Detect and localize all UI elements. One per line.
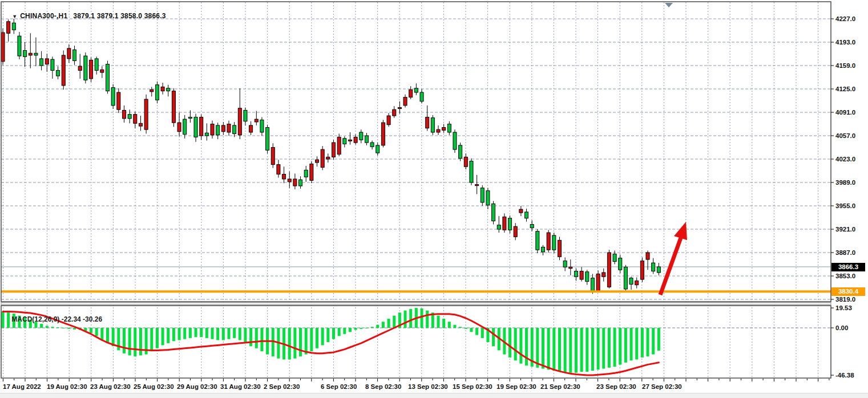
price-tick-label: 4091.0 (835, 109, 855, 116)
date-label: 6 Sep 02:30 (321, 383, 357, 390)
price-tick-label: 3955.0 (835, 202, 855, 209)
symbol-title: CHINA300-,H1 (20, 12, 67, 20)
date-label: 31 Aug 02:30 (220, 383, 261, 390)
date-label: 19 Aug 02:30 (47, 383, 87, 390)
price-tick-label: 4227.0 (835, 15, 855, 22)
time-axis: 17 Aug 202219 Aug 02:3023 Aug 02:3025 Au… (3, 379, 829, 390)
date-label: 23 Aug 02:30 (90, 383, 131, 390)
macd-tick-label: 19.53 (835, 304, 852, 311)
macd-name: MACD(12,26,9) (11, 315, 59, 323)
chart-window: 4227.04193.04159.04125.04091.04057.04023… (0, 0, 868, 398)
date-label: 27 Sep 02:30 (642, 383, 682, 390)
date-label: 19 Sep 02:30 (496, 383, 536, 390)
price-tick-label: 3853.0 (835, 273, 855, 279)
support-price-badge: 3830.4 (831, 287, 865, 296)
chart-header: ▼CHINA300-,H13879.1 3879.1 3858.0 3866.3 (4, 4, 166, 28)
up-arrow-annotation[interactable] (660, 222, 687, 295)
price-tick-label: 3887.0 (835, 249, 855, 256)
date-label: 8 Sep 02:30 (365, 383, 401, 390)
date-label: 25 Aug 02:30 (134, 383, 174, 390)
date-label: 2 Sep 02:30 (264, 383, 300, 390)
macd-indicator-label: MACD(12,26,9) -22.34 -30.26 (4, 307, 102, 331)
chart-canvas[interactable]: 4227.04193.04159.04125.04091.04057.04023… (0, 0, 868, 398)
symbol-dropdown-icon[interactable]: ▼ (12, 14, 17, 19)
price-tick-label: 3921.0 (835, 226, 855, 233)
price-tick-label: 3819.0 (835, 296, 855, 303)
current-price-badge: 3866.3 (831, 263, 865, 271)
macd-tick-label: -46.38 (835, 372, 854, 379)
scroll-marker-icon (665, 3, 673, 7)
price-tick-label: 4125.0 (835, 86, 855, 92)
price-tick-label: 3989.0 (835, 179, 855, 186)
date-label: 17 Aug 2022 (3, 383, 41, 390)
macd-tick-label: 0.00 (835, 324, 848, 331)
ohlc-quote: 3879.1 3879.1 3858.0 3866.3 (73, 12, 165, 20)
date-label: 15 Sep 02:30 (453, 383, 492, 390)
price-tick-label: 4057.0 (835, 132, 855, 139)
price-tick-label: 4159.0 (835, 62, 855, 69)
date-label: 21 Sep 02:30 (540, 383, 580, 390)
date-label: 13 Sep 02:30 (408, 383, 448, 390)
date-label: 29 Aug 02:30 (177, 383, 217, 390)
window-bottom-strip (0, 393, 868, 398)
price-tick-label: 4193.0 (835, 39, 855, 46)
date-label: 23 Sep 02:30 (596, 383, 636, 390)
price-axis: 4227.04193.04159.04125.04091.04057.04023… (831, 15, 855, 379)
price-tick-label: 4023.0 (835, 156, 855, 163)
macd-signal-value: -30.26 (83, 315, 102, 323)
macd-main-value: -22.34 (62, 315, 81, 323)
